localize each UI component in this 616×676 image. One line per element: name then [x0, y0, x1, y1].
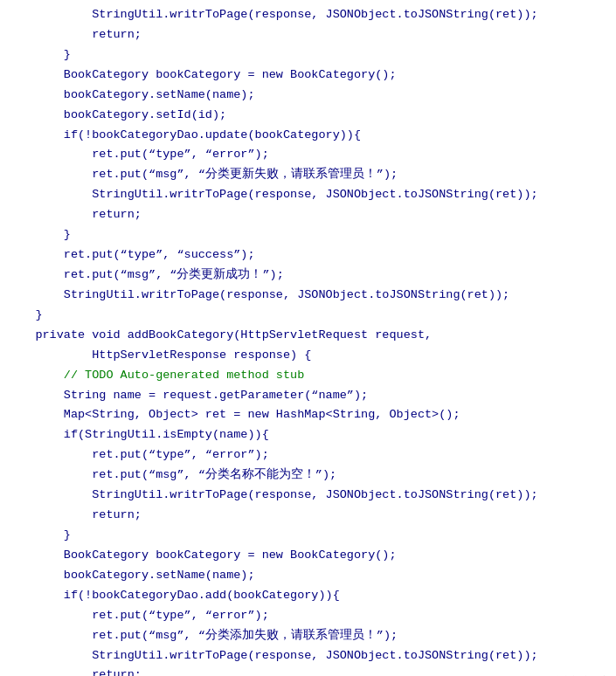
code-content: if(!bookCategoryDao.add(bookCategory)){ — [7, 587, 340, 605]
code-content: ret.put(“msg”, “分类更新成功！”); — [7, 266, 284, 285]
code-line-22: if(StringUtil.isEmpty(name)){ — [0, 425, 616, 445]
code-editor: StringUtil.writrToPage(response, JSONObj… — [0, 0, 616, 676]
code-content: } — [7, 527, 71, 545]
code-line-24: ret.put(“msg”, “分类名称不能为空！”); — [0, 466, 616, 486]
code-line-30: if(!bookCategoryDao.add(bookCategory)){ — [0, 586, 616, 606]
code-content: return; — [7, 26, 142, 45]
code-line-4: BookCategory bookCategory = new BookCate… — [0, 66, 616, 86]
code-line-8: ret.put(“type”, “error”); — [0, 145, 616, 165]
code-content: bookCategory.setName(name); — [7, 86, 255, 105]
code-line-12: } — [0, 225, 616, 245]
code-content: } — [7, 226, 71, 245]
code-content: return; — [7, 507, 142, 525]
code-content: // TODO Auto-generated method stub — [7, 367, 304, 385]
code-content: StringUtil.writrToPage(response, JSONObj… — [7, 6, 538, 24]
code-content: ret.put(“type”, “success”); — [7, 246, 255, 265]
code-line-7: if(!bookCategoryDao.update(bookCategory)… — [0, 126, 616, 146]
code-line-19: // TODO Auto-generated method stub — [0, 366, 616, 386]
code-content: BookCategory bookCategory = new BookCate… — [7, 547, 397, 565]
code-content: StringUtil.writrToPage(response, JSONObj… — [7, 486, 538, 505]
code-line-29: bookCategory.setName(name); — [0, 566, 616, 586]
code-content: String name = request.getParameter(“name… — [7, 387, 368, 405]
code-content: } — [7, 307, 43, 325]
code-content: if(StringUtil.isEmpty(name)){ — [7, 426, 269, 445]
code-content: HttpServletResponse response) { — [7, 347, 311, 365]
code-line-20: String name = request.getParameter(“name… — [0, 386, 616, 406]
code-content: return; — [7, 206, 142, 224]
code-line-5: bookCategory.setName(name); — [0, 86, 616, 106]
code-content: ret.put(“msg”, “分类添加失败，请联系管理员！”); — [7, 627, 398, 645]
code-line-6: bookCategory.setId(id); — [0, 106, 616, 126]
code-content: ret.put(“type”, “error”); — [7, 146, 269, 164]
code-line-1: StringUtil.writrToPage(response, JSONObj… — [0, 5, 616, 25]
code-content: return; — [7, 666, 142, 676]
code-line-23: ret.put(“type”, “error”); — [0, 445, 616, 466]
code-line-2: return; — [0, 25, 616, 45]
code-content: ret.put(“msg”, “分类名称不能为空！”); — [7, 466, 336, 485]
code-content: bookCategory.setId(id); — [7, 107, 226, 125]
code-content: StringUtil.writrToPage(response, JSONObj… — [7, 647, 538, 666]
code-line-9: ret.put(“msg”, “分类更新失败，请联系管理员！”); — [0, 165, 616, 185]
code-line-25: StringUtil.writrToPage(response, JSONObj… — [0, 486, 616, 506]
code-line-27: } — [0, 526, 616, 546]
code-content: ret.put(“type”, “error”); — [7, 607, 269, 625]
code-line-16: } — [0, 306, 616, 326]
code-line-31: ret.put(“type”, “error”); — [0, 606, 616, 626]
code-content: StringUtil.writrToPage(response, JSONObj… — [7, 286, 509, 305]
code-line-18: HttpServletResponse response) { — [0, 346, 616, 366]
code-content: ret.put(“type”, “error”); — [7, 446, 269, 465]
code-line-33: StringUtil.writrToPage(response, JSONObj… — [0, 646, 616, 666]
code-line-13: ret.put(“type”, “success”); — [0, 245, 616, 266]
code-content: Map<String, Object> ret = new HashMap<St… — [7, 406, 460, 424]
code-line-14: ret.put(“msg”, “分类更新成功！”); — [0, 266, 616, 286]
code-line-32: ret.put(“msg”, “分类添加失败，请联系管理员！”); — [0, 626, 616, 646]
code-line-28: BookCategory bookCategory = new BookCate… — [0, 546, 616, 566]
code-line-11: return; — [0, 205, 616, 225]
code-content: bookCategory.setName(name); — [7, 567, 255, 585]
code-line-3: } — [0, 45, 616, 66]
code-content: } — [7, 46, 71, 65]
code-line-26: return; — [0, 506, 616, 526]
code-line-21: Map<String, Object> ret = new HashMap<St… — [0, 405, 616, 425]
code-line-17: private void addBookCategory(HttpServlet… — [0, 326, 616, 346]
code-content: StringUtil.writrToPage(response, JSONObj… — [7, 186, 538, 204]
code-content: BookCategory bookCategory = new BookCate… — [7, 66, 397, 85]
code-content: private void addBookCategory(HttpServlet… — [7, 327, 432, 345]
code-line-10: StringUtil.writrToPage(response, JSONObj… — [0, 185, 616, 205]
code-content: ret.put(“msg”, “分类更新失败，请联系管理员！”); — [7, 166, 398, 184]
code-line-15: StringUtil.writrToPage(response, JSONObj… — [0, 286, 616, 306]
code-content: if(!bookCategoryDao.update(bookCategory)… — [7, 127, 361, 145]
